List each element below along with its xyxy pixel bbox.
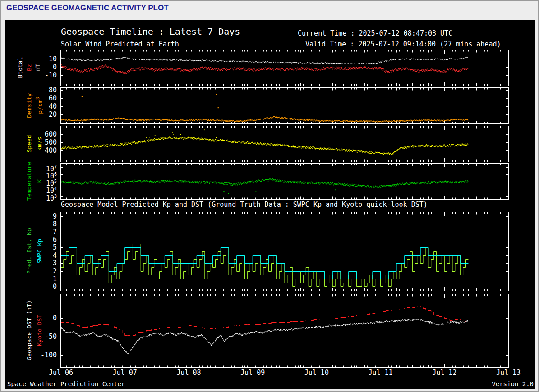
footer-credit: Space Weather Prediction Center bbox=[7, 380, 125, 387]
chart-canvas-kp bbox=[61, 212, 508, 291]
y-tick-label-kp: 9 bbox=[5, 212, 57, 220]
x-tick-label: Jul 10 bbox=[296, 369, 337, 377]
page-header: GEOSPACE GEOMAGNETIC ACTIVITY PLOT bbox=[6, 4, 169, 13]
x-tick-label: Jul 08 bbox=[168, 369, 209, 377]
y-tick-label-kp: 1 bbox=[5, 275, 57, 283]
axis-label-speed: Speed bbox=[26, 135, 32, 152]
y-tick-label-solar-wind-bfield: -10 bbox=[5, 71, 57, 79]
axis-label-k: K bbox=[36, 179, 43, 183]
x-tick-label: Jul 12 bbox=[424, 369, 465, 377]
chart-canvas-solar-wind-temperature bbox=[61, 164, 508, 199]
footer-version: Version 2.0 bbox=[492, 380, 534, 387]
y-tick-label-kp: 8 bbox=[5, 220, 57, 228]
valid-time-label: Valid Time : 2025-07-12 09:14:00 (27 min… bbox=[305, 40, 501, 48]
axis-label-btotal: Btotal bbox=[17, 57, 23, 78]
x-tick-label: Jul 13 bbox=[488, 369, 529, 377]
geospace-plot: Geospace Timeline : Latest 7 Days Curren… bbox=[5, 20, 535, 389]
x-tick-label: Jul 06 bbox=[41, 369, 81, 377]
current-time-label: Current Time : 2025-07-12 08:47:03 UTC bbox=[298, 29, 452, 37]
panel-solar-wind-density bbox=[60, 87, 509, 124]
panel-dst bbox=[60, 294, 509, 368]
chart-canvas-solar-wind-density bbox=[61, 88, 508, 123]
axis-label-density: Density bbox=[26, 93, 32, 118]
x-tick-label: Jul 11 bbox=[360, 369, 401, 377]
panel-kp bbox=[60, 212, 509, 291]
x-tick-label: Jul 07 bbox=[105, 369, 145, 377]
page-title: GEOSPACE GEOMAGNETIC ACTIVITY PLOT bbox=[6, 4, 169, 12]
page: GEOSPACE GEOMAGNETIC ACTIVITY PLOT Geosp… bbox=[0, 0, 539, 392]
plot-title: Geospace Timeline : Latest 7 Days bbox=[61, 26, 240, 37]
axis-label-geospace-dst-nt-: Geospace DST (nT) bbox=[26, 300, 32, 360]
chart-canvas-dst bbox=[61, 294, 508, 367]
axis-label-nt: nT bbox=[34, 64, 41, 71]
y-tick-label-solar-wind-bfield: 10 bbox=[5, 55, 57, 63]
panel-solar-wind-temperature bbox=[60, 163, 509, 200]
axis-label-kyoto-dst: Kyoto DST bbox=[36, 315, 43, 346]
axis-label-swpc-kp: SWPC Kp bbox=[36, 239, 43, 264]
axis-label-km-s: km/s bbox=[36, 137, 43, 150]
axis-label-bz: Bz bbox=[26, 64, 32, 71]
axis-label-p-cm-3: p/cm3 bbox=[35, 97, 43, 114]
y-tick-label-kp: 0 bbox=[5, 283, 57, 291]
axis-label-temperature: Temperature bbox=[26, 161, 32, 200]
chart-canvas-solar-wind-speed bbox=[61, 126, 508, 162]
panel-solar-wind-speed bbox=[60, 126, 509, 162]
model-subtitle: Geospace Model Predicted Kp and DST (Gro… bbox=[61, 201, 428, 209]
axis-label-pred-est-kp: Pred. Est. Kp bbox=[26, 228, 32, 274]
panel-solar-wind-bfield bbox=[60, 50, 509, 86]
chart-canvas-solar-wind-bfield bbox=[61, 50, 508, 86]
x-tick-label: Jul 09 bbox=[232, 369, 273, 377]
solar-wind-subtitle: Solar Wind Predicted at Earth bbox=[61, 40, 179, 48]
